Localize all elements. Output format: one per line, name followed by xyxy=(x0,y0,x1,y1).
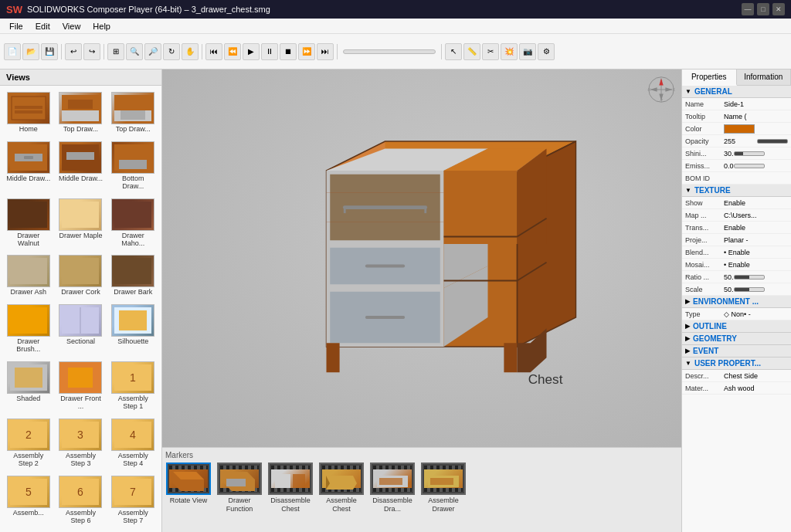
tb-next[interactable]: ⏭ xyxy=(317,43,334,60)
section-title-event: EVENT xyxy=(693,347,718,355)
view-item-assemble-step8[interactable]: 8 Assembly Step 8 xyxy=(3,529,54,532)
section-geometry-header[interactable]: ▶ GEOMETRY xyxy=(682,333,791,345)
marker-assemble-drawer[interactable]: Assemble Drawer xyxy=(420,463,467,513)
svg-text:Chest: Chest xyxy=(528,371,563,386)
tb-pause[interactable]: ⏸ xyxy=(261,43,278,60)
view-thumb-bottom-draw xyxy=(111,141,154,174)
scale-slider[interactable] xyxy=(734,287,765,292)
view-label-top-draw2: Top Draw... xyxy=(116,126,151,134)
shini-slider[interactable] xyxy=(734,151,765,156)
color-swatch[interactable] xyxy=(724,124,755,134)
menu-edit[interactable]: Edit xyxy=(29,20,56,32)
view-label-bottom-draw: Bottom Draw... xyxy=(110,175,155,191)
view-item-top-draw1[interactable]: Top Draw... xyxy=(56,89,107,137)
tb-save[interactable]: 💾 xyxy=(41,43,58,60)
view-item-sectional[interactable]: Sectional xyxy=(56,301,107,357)
properties-panel: Properties Information ▼ GENERAL Name Si… xyxy=(681,69,791,532)
viewport-area[interactable]: Y -Y -X X xyxy=(162,69,681,447)
view-item-assemble-step3[interactable]: 3 Assembly Step 3 xyxy=(56,415,107,471)
tb-rotate[interactable]: ↻ xyxy=(163,43,180,60)
view-item-drawer-maple[interactable]: Drawer Maple xyxy=(56,195,107,251)
opacity-slider[interactable] xyxy=(757,139,788,144)
view-thumb-middle-draw2 xyxy=(59,141,102,174)
view-item-assemble-step4[interactable]: 4 Assembly Step 4 xyxy=(107,415,158,471)
emiss-slider[interactable] xyxy=(734,164,765,168)
view-item-home[interactable]: Home xyxy=(3,89,54,137)
menu-help[interactable]: Help xyxy=(87,20,117,32)
view-item-assemble-step5[interactable]: 5 Assemb... xyxy=(3,473,54,528)
tab-properties[interactable]: Properties xyxy=(682,69,737,86)
prop-label-tex-proje: Proje... xyxy=(685,236,724,244)
view-thumb-drawer-brush xyxy=(7,304,50,337)
menu-file[interactable]: File xyxy=(3,20,29,32)
tb-undo[interactable]: ↩ xyxy=(65,43,82,60)
tb-redo[interactable]: ↪ xyxy=(83,43,100,60)
view-label-assemble-step3: Assembly Step 3 xyxy=(59,452,104,468)
view-item-drawer-walnut[interactable]: Drawer Walnut xyxy=(3,195,54,251)
tb-zoom-in[interactable]: 🔍 xyxy=(126,43,143,60)
section-general-header[interactable]: ▼ GENERAL xyxy=(682,86,791,98)
tb-capture[interactable]: 📷 xyxy=(519,43,536,60)
tb-timeline-slider[interactable] xyxy=(343,49,436,54)
tab-information[interactable]: Information xyxy=(737,69,792,85)
view-item-drawer-brush[interactable]: Drawer Brush... xyxy=(3,301,54,357)
view-item-drawer-cork[interactable]: Drawer Cork xyxy=(56,252,107,300)
marker-drawer-function[interactable]: Drawer Function xyxy=(216,463,263,513)
maximize-button[interactable]: □ xyxy=(757,3,769,15)
view-item-assemble-step1[interactable]: 1 Assembly Step 1 xyxy=(107,358,158,414)
view-item-drawer-front[interactable]: Drawer Front ... xyxy=(56,358,107,414)
tb-explode[interactable]: 💥 xyxy=(501,43,518,60)
view-item-middle-draw2[interactable]: Middle Draw... xyxy=(56,138,107,194)
collapse-icon-texture: ▼ xyxy=(685,187,691,194)
view-item-bottom-draw[interactable]: Bottom Draw... xyxy=(107,138,158,194)
tb-settings[interactable]: ⚙ xyxy=(538,43,555,60)
view-item-shaded[interactable]: Shaded xyxy=(3,358,54,414)
minimize-button[interactable]: — xyxy=(742,3,754,15)
tb-stop[interactable]: ⏹ xyxy=(280,43,297,60)
close-button[interactable]: ✕ xyxy=(772,3,785,15)
tb-fwd[interactable]: ⏩ xyxy=(298,43,315,60)
view-item-silhouette[interactable]: Silhouette xyxy=(107,301,158,357)
view-label-silhouette: Silhouette xyxy=(117,338,148,346)
ratio-slider[interactable] xyxy=(734,275,765,280)
svg-text:6: 6 xyxy=(78,486,84,498)
section-title-geometry: GEOMETRY xyxy=(693,334,737,343)
view-item-drawer-ash[interactable]: Drawer Ash xyxy=(3,252,54,300)
marker-disassemble-drawer[interactable]: Disassemble Dra... xyxy=(369,463,416,513)
view-item-assemble-step9[interactable]: 9 Assembly Step 9 xyxy=(56,529,107,532)
tb-prev[interactable]: ⏮ xyxy=(205,43,222,60)
prop-descr: Descr... Chest Side xyxy=(682,370,791,382)
view-item-top-draw2[interactable]: Top Draw... xyxy=(107,89,158,137)
prop-label-tooltip: Tooltip xyxy=(685,113,724,120)
markers-bar: Markers Rotate View xyxy=(162,447,681,532)
marker-assemble-chest[interactable]: Assemble Chest xyxy=(318,463,365,513)
tb-select[interactable]: ↖ xyxy=(445,43,462,60)
view-label-assemble-step7: Assembly Step 7 xyxy=(110,510,155,525)
view-item-assemble-step2[interactable]: 2 Assembly Step 2 xyxy=(3,415,54,471)
view-item-assemble-step7[interactable]: 7 Assembly Step 7 xyxy=(107,473,158,528)
marker-disassemble-chest[interactable]: Disassemble Chest xyxy=(267,463,314,513)
tb-open[interactable]: 📂 xyxy=(22,43,39,60)
tb-rewind[interactable]: ⏪ xyxy=(224,43,241,60)
view-item-middle-draw1[interactable]: Middle Draw... xyxy=(3,138,54,194)
menu-view[interactable]: View xyxy=(56,20,87,32)
section-event-header[interactable]: ▶ EVENT xyxy=(682,345,791,357)
marker-rotate-view[interactable]: Rotate View xyxy=(165,463,212,513)
tb-pan[interactable]: ✋ xyxy=(182,43,199,60)
tb-zoom-fit[interactable]: ⊞ xyxy=(107,43,124,60)
tb-play[interactable]: ▶ xyxy=(243,43,260,60)
section-texture-header[interactable]: ▼ TEXTURE xyxy=(682,185,791,197)
tb-measure[interactable]: 📏 xyxy=(463,43,480,60)
section-userprop-header[interactable]: ▼ USER PROPERT... xyxy=(682,357,791,370)
marker-label-disassem-drawer: Disassemble Dra... xyxy=(369,496,416,513)
tb-zoom-out[interactable]: 🔎 xyxy=(144,43,161,60)
tb-new[interactable]: 📄 xyxy=(4,43,21,60)
viewport[interactable]: Y -Y -X X xyxy=(162,69,681,532)
view-label-assemble-step1: Assembly Step 1 xyxy=(110,395,155,411)
section-environment-header[interactable]: ▶ ENVIRONMENT ... xyxy=(682,296,791,308)
view-item-assemble-step6[interactable]: 6 Assembly Step 6 xyxy=(56,473,107,528)
section-outline-header[interactable]: ▶ OUTLINE xyxy=(682,320,791,333)
view-item-drawer-maho[interactable]: Drawer Maho... xyxy=(107,195,158,251)
tb-section[interactable]: ✂ xyxy=(482,43,499,60)
view-item-drawer-bark[interactable]: Drawer Bark xyxy=(107,252,158,300)
